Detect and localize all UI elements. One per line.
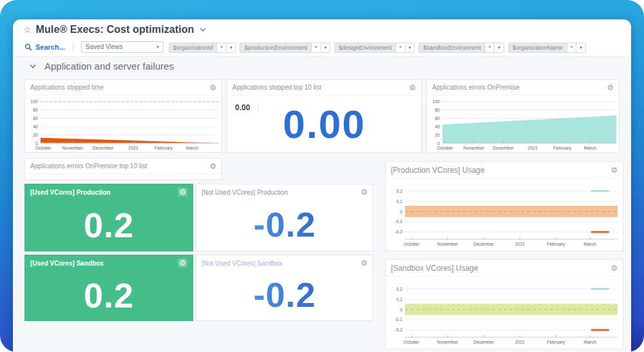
svg-text:0.1: 0.1 <box>396 297 402 302</box>
svg-text:0.2: 0.2 <box>396 287 402 291</box>
filter-name: $organizationId <box>169 44 217 51</box>
toolbar: Search... Saved Views ▾ $organizationId*… <box>24 41 590 53</box>
svg-text:0: 0 <box>437 141 440 146</box>
filter-caret-icon[interactable]: ▾ <box>576 43 585 52</box>
svg-text:-0.2: -0.2 <box>395 230 402 234</box>
filter-caret-icon[interactable]: ▾ <box>226 43 236 52</box>
filter-name: $organizationName <box>509 44 567 51</box>
svg-text:2021: 2021 <box>515 242 525 246</box>
filter-pill-group: $organizationId*▾$productionEnvironment*… <box>169 41 590 53</box>
svg-text:0.2: 0.2 <box>396 189 402 193</box>
title-chevron-down-icon[interactable] <box>199 27 207 32</box>
gear-icon[interactable]: ⚙ <box>607 84 614 92</box>
gear-icon[interactable]: ⚙ <box>209 84 216 92</box>
panel-sandbox-vcores-usage: [Sandbox VCores] Usage ⚙ 0.20.10-0.1-0.2… <box>385 259 623 349</box>
svg-text:20: 20 <box>33 133 38 137</box>
filter-name: $sandboxEnvironment <box>419 44 485 51</box>
search-button[interactable]: Search... <box>24 43 65 51</box>
panel-title: [Sandbox VCores] Usage <box>391 264 478 273</box>
filter-caret-icon[interactable]: ▾ <box>494 43 504 52</box>
tile-not-used-vcores-sandbox: [Not Used VCores] Sandbox ⚙ -0.2 <box>196 255 374 321</box>
filter-value[interactable]: * <box>485 43 495 52</box>
toolbar-divider <box>73 43 73 52</box>
svg-text:November: November <box>463 146 484 150</box>
filter-caret-icon[interactable]: ▾ <box>405 43 415 52</box>
svg-text:October: October <box>437 146 454 150</box>
svg-text:October: October <box>403 242 420 246</box>
kpi-big-value: 0.00 <box>227 95 421 152</box>
apps-stopped-time-chart: 100806040200OctoberNovemberDecember2021F… <box>25 95 222 152</box>
section-chevron-down-icon <box>29 64 37 69</box>
svg-text:-0.2: -0.2 <box>395 328 402 332</box>
tile-used-vcores-sandbox: [Used VCores] Sandbox ⚙ 0.2 <box>24 255 193 321</box>
filter-value[interactable]: * <box>216 43 226 52</box>
svg-text:October: October <box>403 340 420 344</box>
svg-text:November: November <box>62 146 84 150</box>
gear-icon[interactable]: ⚙ <box>178 188 187 197</box>
tile-value: -0.2 <box>196 200 373 249</box>
tile-not-used-vcores-production: [Not Used VCores] Production ⚙ -0.2 <box>196 184 374 251</box>
svg-text:40: 40 <box>435 124 440 129</box>
svg-text:20: 20 <box>435 133 440 137</box>
filter-value[interactable]: * <box>311 43 321 52</box>
filter-pill-sandboxEnvironment[interactable]: $sandboxEnvironment*▾ <box>419 43 504 53</box>
svg-text:0: 0 <box>400 210 402 214</box>
svg-text:March: March <box>583 242 596 246</box>
tile-value: -0.2 <box>196 271 373 318</box>
gear-icon[interactable]: ⚙ <box>409 84 416 92</box>
tile-title: [Used VCores] Production <box>30 189 110 196</box>
filter-caret-icon[interactable]: ▾ <box>321 43 330 52</box>
svg-text:February: February <box>155 146 173 151</box>
filter-name: $designEnvironment <box>335 44 395 51</box>
section-title: Application and server failures <box>44 61 174 72</box>
svg-text:-0.1: -0.1 <box>395 219 402 224</box>
gear-icon[interactable]: ⚙ <box>178 259 187 268</box>
svg-text:December: December <box>93 146 114 150</box>
search-icon <box>24 43 32 51</box>
filter-pill-productionEnvironment[interactable]: $productionEnvironment*▾ <box>240 43 330 53</box>
svg-text:December: December <box>473 242 495 246</box>
svg-text:November: November <box>437 242 459 246</box>
saved-views-label: Saved Views <box>86 43 123 50</box>
svg-text:October: October <box>35 146 52 150</box>
svg-text:February: February <box>547 242 565 247</box>
tile-value: 0.2 <box>25 200 193 250</box>
filter-value[interactable]: * <box>567 43 576 52</box>
svg-text:2021: 2021 <box>515 340 525 344</box>
gear-icon[interactable]: ⚙ <box>611 264 618 272</box>
saved-views-select[interactable]: Saved Views ▾ <box>81 41 164 53</box>
gear-icon[interactable]: ⚙ <box>361 259 368 267</box>
filter-name: $productionEnvironment <box>240 44 311 51</box>
svg-text:0.1: 0.1 <box>396 199 402 204</box>
svg-text:December: December <box>473 340 495 344</box>
panel-title: Applications errors OnPremise <box>432 84 520 91</box>
panel-title: Applications stopped time <box>30 84 104 91</box>
apps-errors-onpremise-chart: 100806040200OctoberNovemberDecember2021F… <box>427 95 619 152</box>
tile-title: [Used VCores] Sandbox <box>30 260 104 267</box>
svg-text:March: March <box>583 340 596 344</box>
favorite-star-icon[interactable]: ☆ <box>23 25 32 34</box>
panel-apps-stopped-time: Applications stopped time ⚙ 100806040200… <box>24 79 222 153</box>
sandbox-vcores-usage-chart: 0.20.10-0.1-0.2OctoberNovemberDecember20… <box>386 277 623 349</box>
gear-icon[interactable]: ⚙ <box>209 162 216 170</box>
filter-value[interactable]: * <box>395 43 405 52</box>
filter-pill-organizationName[interactable]: $organizationName*▾ <box>508 43 586 53</box>
svg-text:-0.1: -0.1 <box>395 317 402 322</box>
svg-text:March: March <box>186 146 199 150</box>
svg-text:100: 100 <box>30 99 38 104</box>
svg-text:March: March <box>584 146 597 150</box>
filter-pill-designEnvironment[interactable]: $designEnvironment*▾ <box>334 43 415 53</box>
panel-production-vcores-usage: [Production VCores] Usage ⚙ 0.20.10-0.1-… <box>385 161 623 251</box>
tile-title: [Not Used VCores] Sandbox <box>202 260 283 267</box>
svg-text:0: 0 <box>400 308 402 312</box>
section-header-failures[interactable]: Application and server failures <box>29 61 174 72</box>
svg-text:2021: 2021 <box>528 146 538 150</box>
gear-icon[interactable]: ⚙ <box>361 188 368 196</box>
panel-title: Applications stopped top 10 list <box>232 84 321 91</box>
svg-text:February: February <box>553 146 572 151</box>
gear-icon[interactable]: ⚙ <box>611 166 618 174</box>
svg-text:60: 60 <box>435 116 440 121</box>
panel-title: Applications errors OnPremise top 10 lis… <box>30 162 147 170</box>
production-vcores-usage-chart: 0.20.10-0.1-0.2OctoberNovemberDecember20… <box>386 179 623 251</box>
filter-pill-organizationId[interactable]: $organizationId*▾ <box>169 43 236 53</box>
